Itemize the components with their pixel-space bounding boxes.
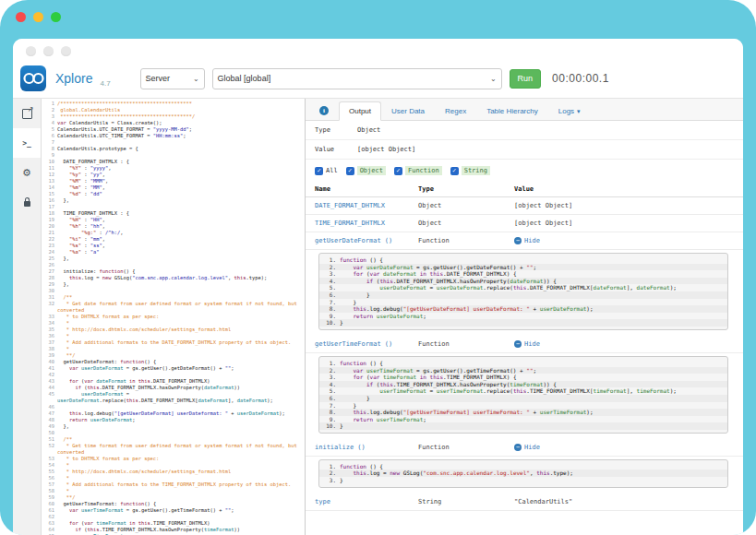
code-line: 5. userDateFormat = userDateFormat.repla… bbox=[319, 284, 727, 291]
line-number: 13 bbox=[42, 178, 57, 184]
editor-line: 39 **/ bbox=[42, 352, 305, 359]
line-number: 3. bbox=[319, 477, 340, 484]
editor-line: 7 bbox=[42, 139, 305, 146]
hide-link[interactable]: −Hide bbox=[514, 340, 743, 348]
line-number: 40 bbox=[42, 359, 57, 365]
code-text: initialize: function() { bbox=[57, 268, 305, 275]
line-number: 29 bbox=[42, 281, 57, 288]
editor-line: 18 TIME_FORMAT_DHTMLX : { bbox=[42, 210, 305, 217]
cell-type: Object bbox=[418, 202, 514, 209]
line-number: 9 bbox=[42, 152, 57, 159]
code-line: 4. if (this.DATE_FORMAT_DHTMLX.hasOwnPro… bbox=[319, 278, 727, 285]
code-text: /** bbox=[57, 436, 305, 443]
code-text: userDateFormat = userDateFormat.replace(… bbox=[57, 391, 305, 404]
line-number: 27 bbox=[42, 268, 57, 275]
run-button[interactable]: Run bbox=[510, 69, 542, 89]
code-text: "%m" : "MM", bbox=[57, 184, 305, 191]
code-text: return userDateFormat; bbox=[57, 417, 305, 423]
summary-value: [object Object] bbox=[357, 146, 415, 153]
tab-regex[interactable]: Regex bbox=[435, 101, 476, 121]
line-number: 1. bbox=[319, 463, 340, 470]
filter-checkbox[interactable]: ✓ bbox=[346, 167, 354, 175]
editor-line: 4var CalendarUtils = Class.create(); bbox=[42, 120, 305, 126]
chevron-down-icon: ▾ bbox=[577, 108, 581, 115]
result-name-link[interactable]: initialize () bbox=[315, 444, 418, 451]
sidebar-item-console[interactable]: >_ bbox=[13, 128, 41, 158]
result-name-link[interactable]: TIME_FORMAT_DHTMLX bbox=[315, 220, 418, 227]
result-name-link[interactable]: getUserDateFormat () bbox=[315, 237, 418, 244]
scope-select-value: Global [global] bbox=[218, 74, 271, 83]
tab-table-hierarchy[interactable]: Table Hierarchy bbox=[476, 101, 548, 121]
tab-user-data[interactable]: User Data bbox=[381, 101, 435, 121]
code-text bbox=[57, 204, 305, 210]
line-number: 6 bbox=[42, 133, 57, 139]
code-text: global.CalendarUtils bbox=[57, 107, 305, 113]
line-number: 1. bbox=[319, 360, 340, 367]
line-number: 7. bbox=[319, 299, 340, 306]
editor-line: 63 for (var timeFormat in this.TIME_FORM… bbox=[42, 520, 305, 527]
line-number: 64 bbox=[42, 527, 57, 533]
gear-icon: ⚙ bbox=[22, 167, 31, 179]
line-number: 55 bbox=[42, 469, 57, 475]
line-number: 63 bbox=[42, 520, 57, 527]
traffic-lights bbox=[16, 12, 61, 22]
sidebar-item-security[interactable] bbox=[13, 187, 41, 217]
column-header: Value bbox=[514, 185, 743, 193]
filter-checkbox[interactable]: ✓ bbox=[450, 167, 459, 175]
code-text: "%a" : "a" bbox=[57, 249, 305, 256]
code-text: * bbox=[57, 320, 305, 327]
code-text: /** bbox=[57, 294, 305, 301]
code-text: var userTimeFormat = gs.getUser().getTim… bbox=[57, 507, 305, 514]
result-name-link[interactable]: getUserTimeFormat () bbox=[315, 340, 418, 348]
result-name-link[interactable]: type bbox=[315, 498, 418, 505]
line-number: 18 bbox=[42, 210, 57, 217]
code-text: ****************************************… bbox=[57, 113, 305, 120]
code-text: "%d" : "dd" bbox=[57, 191, 305, 197]
line-number: 23 bbox=[42, 243, 57, 249]
code-text: var userTimeFormat = gs.getUser().getTim… bbox=[340, 367, 727, 374]
tab-output[interactable]: Output bbox=[339, 101, 381, 121]
tab-logs[interactable]: Logs ▾ bbox=[548, 101, 591, 121]
code-line: 10.} bbox=[319, 319, 727, 327]
line-number: 1. bbox=[319, 256, 340, 264]
maximize-window-button[interactable] bbox=[51, 12, 61, 22]
icon-sidebar: >_ ⚙ bbox=[13, 99, 42, 535]
close-window-button[interactable] bbox=[16, 12, 26, 22]
target-select-value: Server bbox=[146, 74, 171, 83]
results-table: DATE_FORMAT_DHTMLXObject[object Object]T… bbox=[306, 197, 743, 511]
line-number: 42 bbox=[42, 372, 57, 378]
editor-line: 28 this.log = new GSLog("com.snc.app.cal… bbox=[42, 275, 305, 281]
code-line: 6. } bbox=[319, 291, 727, 299]
hide-link[interactable]: −Hide bbox=[514, 237, 743, 244]
line-number: 44 bbox=[42, 385, 57, 391]
filter-checkbox[interactable]: ✓ bbox=[315, 167, 323, 175]
code-editor[interactable]: 1/**************************************… bbox=[42, 99, 306, 535]
code-text: * Get time format from user defined form… bbox=[57, 443, 305, 456]
sidebar-item-settings[interactable]: ⚙ bbox=[13, 158, 41, 187]
line-number: 16 bbox=[42, 197, 57, 204]
minimize-window-button[interactable] bbox=[33, 12, 43, 22]
scope-select[interactable]: Global [global] ⌄ bbox=[212, 68, 502, 89]
editor-line: 62 bbox=[42, 514, 305, 520]
sidebar-item-open-external[interactable] bbox=[13, 99, 41, 128]
app-version: 4.7 bbox=[100, 79, 110, 88]
editor-line: 50 bbox=[42, 430, 305, 436]
line-number: 4. bbox=[319, 381, 340, 388]
line-number: 1 bbox=[42, 101, 57, 107]
window-dot bbox=[61, 46, 71, 56]
code-text: userTimeFormat = userTimeFormat.replace(… bbox=[340, 387, 727, 395]
output-tabs: iOutputUser DataRegexTable HierarchyLogs… bbox=[306, 99, 743, 121]
target-select[interactable]: Server ⌄ bbox=[140, 68, 205, 89]
line-number: 3 bbox=[42, 113, 57, 120]
app-window: Xplore 4.7 Server ⌄ Global [global] ⌄ Ru… bbox=[13, 39, 743, 535]
line-number: 46 bbox=[42, 404, 57, 410]
editor-line: 45 userDateFormat = userDateFormat.repla… bbox=[42, 391, 305, 404]
tab-info[interactable]: i bbox=[309, 101, 339, 121]
code-text: /***************************************… bbox=[57, 101, 305, 107]
code-line: 2. this.log = new GSLog("com.snc.app.cal… bbox=[319, 470, 727, 477]
filter-checkbox[interactable]: ✓ bbox=[394, 167, 402, 175]
code-text: var CalendarUtils = Class.create(); bbox=[57, 120, 305, 126]
code-text: if (this.TIME_FORMAT_DHTMLX.hasOwnProper… bbox=[57, 527, 305, 533]
hide-link[interactable]: −Hide bbox=[514, 444, 743, 451]
result-name-link[interactable]: DATE_FORMAT_DHTMLX bbox=[315, 202, 418, 209]
